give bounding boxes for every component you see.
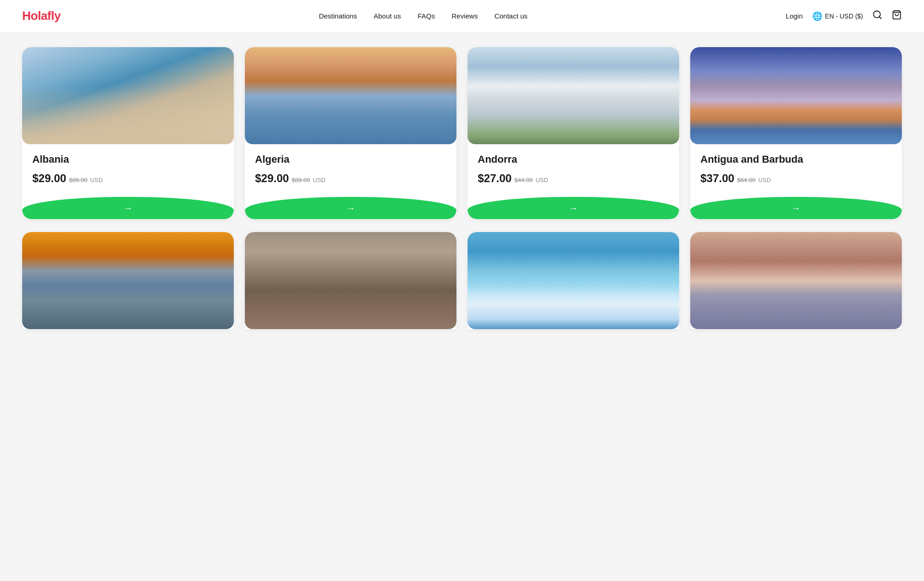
card-price-currency-andorra: USD [535, 177, 548, 183]
card-price-row-andorra: $27.00$44.00USD [478, 172, 669, 185]
destinations-grid-row2 [22, 232, 902, 329]
card-image-angola [245, 232, 456, 329]
destination-card-angola2[interactable] [690, 232, 902, 329]
card-price-original-andorra: $44.00 [514, 177, 533, 183]
nav-item-about[interactable]: About us [374, 12, 401, 20]
nav-right-section: Login 🌐 EN - USD ($) [786, 10, 902, 22]
card-name-albania: Albania [32, 153, 224, 165]
card-image-argentina [22, 232, 234, 329]
destination-card-algeria[interactable]: Algeria$29.00$89.00USD→ [245, 47, 456, 219]
card-price-original-antigua: $64.00 [737, 177, 755, 183]
card-image-angola2 [690, 232, 902, 329]
destination-card-andorra[interactable]: Andorra$27.00$44.00USD→ [468, 47, 679, 219]
nav-item-contact[interactable]: Contact us [494, 12, 528, 20]
card-price-original-albania: $89.00 [69, 177, 87, 183]
login-link[interactable]: Login [786, 12, 803, 20]
card-arrow-button-antigua[interactable]: → [690, 197, 902, 219]
card-price-current-andorra: $27.00 [478, 172, 511, 185]
destination-card-argentina[interactable] [22, 232, 234, 329]
nav-menu: Destinations About us FAQs Reviews Conta… [319, 12, 528, 20]
card-name-antigua: Antigua and Barbuda [700, 153, 892, 165]
card-arrow-button-andorra[interactable]: → [468, 197, 679, 219]
language-selector[interactable]: 🌐 EN - USD ($) [812, 11, 863, 21]
card-price-current-antigua: $37.00 [700, 172, 734, 185]
nav-item-destinations[interactable]: Destinations [319, 12, 357, 20]
card-price-currency-antigua: USD [758, 177, 771, 183]
destination-card-anguilla[interactable] [468, 232, 679, 329]
card-price-row-algeria: $29.00$89.00USD [255, 172, 446, 185]
destination-card-albania[interactable]: Albania$29.00$89.00USD→ [22, 47, 234, 219]
card-name-algeria: Algeria [255, 153, 446, 165]
destinations-grid-row1: Albania$29.00$89.00USD→Algeria$29.00$89.… [22, 47, 902, 219]
card-image-albania [22, 47, 234, 144]
card-price-current-albania: $29.00 [32, 172, 66, 185]
logo[interactable]: Holafly [22, 9, 61, 23]
main-content: Albania$29.00$89.00USD→Algeria$29.00$89.… [0, 32, 924, 357]
search-icon[interactable] [872, 10, 882, 22]
svg-line-1 [879, 17, 881, 18]
nav-item-faqs[interactable]: FAQs [418, 12, 435, 20]
arrow-right-icon: → [569, 203, 578, 214]
card-price-row-antigua: $37.00$64.00USD [700, 172, 892, 185]
card-arrow-button-algeria[interactable]: → [245, 197, 456, 219]
arrow-right-icon: → [346, 203, 355, 214]
arrow-right-icon: → [791, 203, 801, 214]
destination-card-antigua[interactable]: Antigua and Barbuda$37.00$64.00USD→ [690, 47, 902, 219]
card-price-row-albania: $29.00$89.00USD [32, 172, 224, 185]
navigation: Holafly Destinations About us FAQs Revie… [0, 0, 924, 32]
card-price-current-algeria: $29.00 [255, 172, 289, 185]
card-image-andorra [468, 47, 679, 144]
nav-item-reviews[interactable]: Reviews [451, 12, 478, 20]
card-arrow-button-albania[interactable]: → [22, 197, 234, 219]
card-price-original-algeria: $89.00 [292, 177, 310, 183]
card-image-antigua [690, 47, 902, 144]
card-image-anguilla [468, 232, 679, 329]
cart-icon[interactable] [892, 10, 902, 22]
destination-card-angola[interactable] [245, 232, 456, 329]
card-name-andorra: Andorra [478, 153, 669, 165]
globe-icon: 🌐 [812, 11, 822, 21]
card-image-algeria [245, 47, 456, 144]
card-price-currency-albania: USD [90, 177, 103, 183]
card-price-currency-algeria: USD [313, 177, 325, 183]
arrow-right-icon: → [123, 203, 133, 214]
